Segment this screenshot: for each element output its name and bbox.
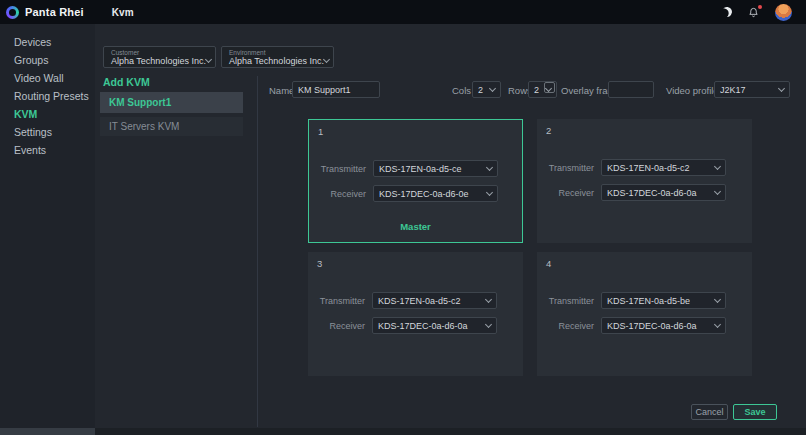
transmitter-label: Transmitter (537, 296, 594, 306)
kvm-tile-3: 3 Transmitter KDS-17EN-0a-d5-c2 Receiver… (308, 252, 523, 376)
chevron-down-icon (489, 84, 496, 91)
name-input[interactable] (292, 81, 380, 98)
transmitter-select-2[interactable]: KDS-17EN-0a-d5-c2 (601, 159, 726, 176)
receiver-select-3[interactable]: KDS-17DEC-0a-d6-0a (372, 317, 497, 334)
horizontal-scrollbar (0, 428, 806, 435)
moon-icon[interactable] (721, 6, 733, 18)
topbar-actions (722, 4, 806, 21)
transmitter-label: Transmitter (308, 296, 365, 306)
video-profile-select-value: J2K17 (720, 85, 746, 95)
receiver-label: Receiver (537, 321, 594, 331)
kvm-tile-1: 1 Transmitter KDS-17EN-0a-d5-ce Receiver… (308, 119, 523, 243)
top-bar: Panta Rhei Kvm (0, 0, 806, 24)
sidebar-item-routing-presets[interactable]: Routing Presets (0, 87, 95, 105)
cols-select[interactable]: 2 (472, 81, 501, 98)
transmitter-select-value: KDS-17EN-0a-d5-ce (379, 164, 462, 174)
transmitter-select-value: KDS-17EN-0a-d5-be (607, 296, 690, 306)
name-label: Name (269, 85, 294, 96)
customer-select-label: Customer (104, 47, 215, 56)
logo-ring-icon (6, 6, 19, 19)
video-profile-select[interactable]: J2K17 (714, 81, 790, 98)
environment-select-value: Alpha Technologies Inc. (229, 56, 324, 66)
kvm-list-item-selected[interactable]: KM Support1 (100, 92, 243, 113)
sidebar-item-groups[interactable]: Groups (0, 51, 95, 69)
chevron-down-icon (323, 56, 330, 63)
customer-select[interactable]: Customer Alpha Technologies Inc. (103, 46, 216, 68)
environment-select[interactable]: Environment Alpha Technologies Inc. (221, 46, 334, 68)
receiver-label: Receiver (309, 189, 366, 199)
receiver-select-2[interactable]: KDS-17DEC-0a-d6-0a (601, 184, 726, 201)
receiver-select-value: KDS-17DEC-0a-d6-0e (379, 189, 469, 199)
chevron-down-icon (714, 295, 721, 302)
tile-number: 1 (318, 126, 323, 137)
receiver-select-value: KDS-17DEC-0a-d6-0a (607, 188, 697, 198)
chevron-down-icon (714, 187, 721, 194)
transmitter-select-value: KDS-17EN-0a-d5-c2 (378, 296, 461, 306)
app-window: Panta Rhei Kvm Devices Groups Video Wall… (0, 0, 806, 435)
receiver-select-1[interactable]: KDS-17DEC-0a-d6-0e (373, 185, 498, 202)
receiver-select-value: KDS-17DEC-0a-d6-0a (378, 321, 468, 331)
tile-number: 2 (546, 125, 551, 136)
chevron-down-icon (205, 56, 212, 63)
chevron-down-icon (714, 162, 721, 169)
kvm-list-item[interactable]: IT Servers KVM (100, 117, 243, 136)
chevron-down-icon (485, 320, 492, 327)
customer-select-value: Alpha Technologies Inc. (111, 56, 206, 66)
sidebar-item-events[interactable]: Events (0, 141, 95, 159)
horizontal-scrollbar-thumb[interactable] (0, 428, 95, 435)
avatar[interactable] (775, 4, 792, 21)
cancel-button[interactable]: Cancel (691, 404, 728, 420)
brand-name: Panta Rhei (25, 6, 84, 18)
receiver-label: Receiver (308, 321, 365, 331)
transmitter-select-4[interactable]: KDS-17EN-0a-d5-be (601, 292, 726, 309)
transmitter-label: Transmitter (537, 163, 594, 173)
chevron-down-icon (778, 84, 785, 91)
kvm-tile-2: 2 Transmitter KDS-17EN-0a-d5-c2 Receiver… (537, 119, 752, 243)
kvm-tile-4: 4 Transmitter KDS-17EN-0a-d5-be Receiver… (537, 252, 752, 376)
chevron-down-icon (485, 295, 492, 302)
receiver-label: Receiver (537, 188, 594, 198)
rows-select-value: 2 (534, 85, 539, 95)
page-title: Kvm (112, 7, 134, 18)
sidebar-item-settings[interactable]: Settings (0, 123, 95, 141)
sidebar-item-video-wall[interactable]: Video Wall (0, 69, 95, 87)
overlay-frame-checkbox[interactable] (544, 82, 555, 93)
sidebar-item-devices[interactable]: Devices (0, 33, 95, 51)
bell-icon (748, 7, 759, 18)
sidebar: Devices Groups Video Wall Routing Preset… (0, 24, 95, 428)
transmitter-select-1[interactable]: KDS-17EN-0a-d5-ce (373, 160, 498, 177)
chevron-down-icon (486, 163, 493, 170)
receiver-select-4[interactable]: KDS-17DEC-0a-d6-0a (601, 317, 726, 334)
notifications-button[interactable] (748, 7, 759, 18)
overlay-frame-input[interactable] (608, 81, 654, 98)
tile-number: 3 (317, 258, 322, 269)
environment-select-label: Environment (222, 47, 333, 56)
cols-select-value: 2 (478, 85, 483, 95)
save-button[interactable]: Save (733, 404, 777, 420)
vertical-divider (257, 76, 258, 427)
notification-badge (758, 5, 762, 9)
sidebar-item-kvm[interactable]: KVM (0, 105, 95, 123)
chevron-down-icon (486, 188, 493, 195)
transmitter-label: Transmitter (309, 164, 366, 174)
chevron-down-icon (714, 320, 721, 327)
receiver-select-value: KDS-17DEC-0a-d6-0a (607, 321, 697, 331)
transmitter-select-value: KDS-17EN-0a-d5-c2 (607, 163, 690, 173)
tile-number: 4 (546, 258, 551, 269)
video-profile-label: Video profile (666, 85, 719, 96)
transmitter-select-3[interactable]: KDS-17EN-0a-d5-c2 (372, 292, 497, 309)
cols-label: Cols (452, 85, 471, 96)
master-badge: Master (309, 221, 522, 232)
add-kvm-button[interactable]: Add KVM (103, 76, 150, 88)
